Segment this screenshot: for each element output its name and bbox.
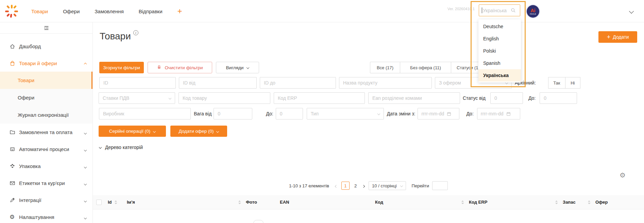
language-option-spanish[interactable]: Spanish bbox=[478, 57, 521, 69]
goto-label: Перейти bbox=[412, 183, 429, 188]
tab-all[interactable]: Все (17) bbox=[370, 62, 400, 73]
views-dropdown-button[interactable]: Вигляди bbox=[216, 62, 259, 73]
language-option-polski[interactable]: Polski bbox=[478, 45, 521, 57]
header-chevron-down-icon[interactable] bbox=[630, 8, 633, 14]
filter-product-name-input[interactable] bbox=[339, 77, 432, 89]
page-1-button[interactable]: 1 bbox=[341, 182, 350, 190]
sidebar-item-labels-couriers[interactable]: Етикетки та кур'єри bbox=[0, 174, 92, 191]
sidebar-item-packaging[interactable]: Упаковка bbox=[0, 157, 92, 174]
weight-from-input[interactable] bbox=[214, 108, 252, 119]
column-ean: EAN bbox=[280, 200, 375, 205]
nav-add-plus-icon[interactable]: + bbox=[177, 8, 182, 15]
archived-yes-button[interactable]: Так bbox=[548, 77, 565, 89]
status-to-input[interactable] bbox=[540, 92, 577, 104]
filter-row-2: Ставки ПДВ Статус від До: bbox=[99, 92, 577, 104]
sort-icon[interactable] bbox=[238, 200, 241, 204]
xsale-logo[interactable] bbox=[4, 4, 19, 19]
calendar-icon bbox=[506, 112, 511, 116]
select-all-checkbox[interactable] bbox=[96, 200, 102, 205]
page-2-button[interactable]: 2 bbox=[353, 183, 358, 188]
filter-vat-select[interactable]: Ставки ПДВ bbox=[99, 92, 175, 104]
column-photo: Фото bbox=[246, 200, 280, 205]
sidebar-item-settings[interactable]: ⚙ Налаштування bbox=[0, 208, 92, 223]
sort-icon[interactable] bbox=[588, 200, 591, 204]
page-title: Товариi bbox=[100, 31, 138, 42]
add-offer-button[interactable]: Додати офер (0) bbox=[170, 126, 227, 137]
user-avatar[interactable]: Ai xSale bbox=[527, 5, 539, 18]
info-icon[interactable]: i bbox=[133, 30, 138, 35]
filter-ean-input[interactable] bbox=[368, 92, 460, 104]
top-nav: Товари Офери Замовлення Відправки + bbox=[31, 0, 182, 22]
version-label: Ver. 20260410.1 bbox=[447, 7, 475, 11]
chevron-down-icon bbox=[84, 214, 86, 220]
main-content: Товариi + Додати Згорнути фільтри Очисти… bbox=[93, 22, 644, 223]
sidebar: Дашборд Товари й офери Товари Офери Журн… bbox=[0, 22, 93, 223]
nav-products[interactable]: Товари bbox=[31, 8, 48, 14]
column-offer: Офер bbox=[595, 200, 623, 205]
archived-no-button[interactable]: Ні bbox=[565, 77, 580, 89]
sort-icon[interactable] bbox=[114, 200, 117, 204]
sort-icon[interactable] bbox=[555, 200, 558, 204]
date-from-picker[interactable]: rrrr-mm-dd bbox=[418, 108, 459, 119]
pagination: 1-10 з 17 елементів 1 2 10 / сторінці Пе… bbox=[93, 181, 644, 190]
table-settings-gear-icon[interactable]: ⚙ bbox=[620, 171, 626, 179]
column-stock[interactable]: Запас bbox=[563, 200, 595, 205]
sidebar-item-integrations[interactable]: Інтеграції bbox=[0, 191, 92, 208]
filter-erp-code-input[interactable] bbox=[274, 92, 365, 104]
filter-id-to-input[interactable] bbox=[260, 77, 336, 89]
nav-orders[interactable]: Замовлення bbox=[95, 8, 123, 14]
chevron-down-icon bbox=[99, 146, 102, 149]
filter-tabs: Все (17) Без офера (11) Статуси (1 bbox=[370, 62, 496, 73]
filter-id-input[interactable] bbox=[99, 77, 176, 89]
tab-no-offer[interactable]: Без офера (11) bbox=[400, 62, 451, 73]
category-tree-toggle[interactable]: Дерево категорій bbox=[99, 145, 143, 150]
folder-icon bbox=[10, 129, 15, 135]
language-input[interactable] bbox=[483, 8, 511, 13]
prev-page-button[interactable] bbox=[334, 183, 338, 188]
language-option-deutsche[interactable]: Deutsche bbox=[478, 20, 521, 33]
sort-icon[interactable] bbox=[461, 200, 464, 204]
sidebar-item-offers[interactable]: Офери bbox=[0, 89, 92, 106]
envelope-icon bbox=[10, 180, 15, 186]
serial-operations-button[interactable]: Серійні операції (0) bbox=[99, 126, 166, 137]
sidebar-menu: Дашборд Товари й офери Товари Офери Журн… bbox=[0, 38, 92, 223]
rocket-icon bbox=[10, 197, 15, 203]
sidebar-item-products[interactable]: Товари bbox=[0, 72, 92, 89]
status-from-input[interactable] bbox=[490, 92, 523, 104]
filter-id-from-input[interactable] bbox=[179, 77, 257, 89]
filter-type-select[interactable]: Тип bbox=[307, 108, 384, 119]
nav-shipments[interactable]: Відправки bbox=[139, 8, 163, 14]
weight-to-input[interactable] bbox=[276, 108, 303, 119]
chevron-up-icon bbox=[84, 60, 86, 66]
weight-from-label: Вага від bbox=[194, 111, 211, 116]
sidebar-collapse-button[interactable] bbox=[0, 22, 92, 34]
language-search-input[interactable] bbox=[479, 4, 520, 16]
language-option-ukrainska[interactable]: Українська bbox=[478, 69, 521, 81]
filter-manufacturer-input[interactable] bbox=[99, 108, 191, 119]
language-dropdown: Deutsche English Polski Spanish Українсь… bbox=[478, 19, 521, 82]
collapse-filters-button[interactable]: Згорнути фільтри bbox=[99, 62, 144, 73]
goto-page-input[interactable] bbox=[432, 181, 448, 190]
robot-icon bbox=[10, 146, 15, 152]
sidebar-item-dashboard[interactable]: Дашборд bbox=[0, 38, 92, 55]
page-size-select[interactable]: 10 / сторінці bbox=[369, 181, 406, 190]
chevron-down-icon bbox=[84, 197, 86, 203]
avatar-ai-text: Ai bbox=[531, 8, 536, 13]
sidebar-item-sync-log[interactable]: Журнал синхронізації bbox=[0, 106, 92, 124]
column-code[interactable]: Код bbox=[375, 200, 469, 205]
sidebar-item-orders-payment[interactable]: Замовлення та оплата bbox=[0, 124, 92, 141]
next-page-button[interactable] bbox=[361, 183, 366, 188]
nav-offers[interactable]: Офери bbox=[63, 8, 80, 14]
language-option-english[interactable]: English bbox=[478, 33, 521, 45]
sidebar-item-products-offers[interactable]: Товари й офери bbox=[0, 55, 92, 72]
filter-toolbar: Згорнути фільтри Очистити фільтри Вигляд… bbox=[99, 62, 259, 73]
date-to-picker[interactable]: rrrr-mm-dd bbox=[477, 108, 520, 119]
sidebar-item-auto-processes[interactable]: Автоматичні процеси bbox=[0, 141, 92, 157]
filter-product-code-input[interactable] bbox=[179, 92, 270, 104]
clear-filters-button[interactable]: Очистити фільтри bbox=[148, 62, 212, 73]
column-id[interactable]: Id bbox=[104, 200, 123, 205]
column-name[interactable]: Ім'я bbox=[123, 200, 246, 205]
avatar-xsale-text: xSale bbox=[530, 13, 536, 15]
add-product-button[interactable]: + Додати bbox=[598, 31, 637, 43]
column-erp-code[interactable]: Код ERP bbox=[469, 200, 563, 205]
